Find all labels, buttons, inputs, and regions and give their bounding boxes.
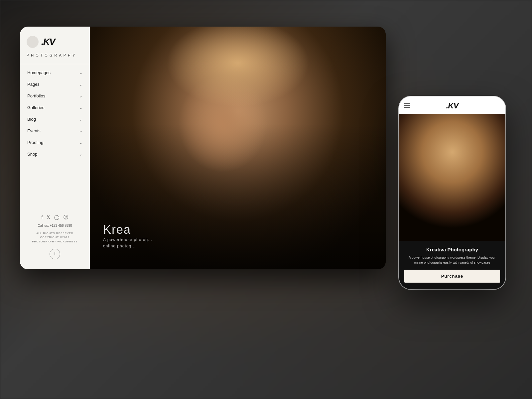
logo-kv: .KV <box>41 37 55 47</box>
phone-mockup: .KV Kreativa Photography A powerhouse ph… <box>399 96 505 289</box>
nav-item-homepages[interactable]: Homepages ⌄ <box>20 67 90 78</box>
nav-item-pages[interactable]: Pages ⌄ <box>20 78 90 90</box>
brand-name: PHOTOGRAPHY <box>20 53 90 64</box>
add-button[interactable]: + <box>50 249 60 259</box>
phone-title: Kreativa Photography <box>404 247 500 252</box>
phone-number: Call us: +123 456 7890 <box>27 224 83 227</box>
hero-content: Krea A powerhouse photog... online photo… <box>90 27 386 269</box>
instagram-icon[interactable]: ◯ <box>54 214 60 220</box>
ham-line-3 <box>404 107 410 108</box>
phone-logo: .KV <box>446 101 458 110</box>
ham-line-1 <box>404 103 410 104</box>
chevron-icon: ⌄ <box>79 152 82 157</box>
chevron-icon: ⌄ <box>79 70 82 75</box>
chevron-icon: ⌄ <box>79 140 82 145</box>
chevron-icon: ⌄ <box>79 105 82 110</box>
phone-bottom: Kreativa Photography A powerhouse photog… <box>399 241 505 289</box>
logo-area: .KV <box>20 27 90 53</box>
phone-header: .KV <box>399 96 505 114</box>
hero-title: Krea <box>103 223 152 237</box>
nav-item-portfolios[interactable]: Portfolios ⌄ <box>20 90 90 102</box>
nav-item-events[interactable]: Events ⌄ <box>20 125 90 137</box>
nav-item-galleries[interactable]: Galleries ⌄ <box>20 102 90 113</box>
hero-photo: Krea A powerhouse photog... online photo… <box>90 27 386 269</box>
ham-line-2 <box>404 105 410 106</box>
tablet-mockup: .KV PHOTOGRAPHY Homepages ⌄ Pages ⌄ Port… <box>20 27 386 269</box>
nav-item-proofing[interactable]: Proofing ⌄ <box>20 137 90 148</box>
chevron-icon: ⌄ <box>79 82 82 87</box>
copyright: ALL RIGHTS RESERVED COPYRIGHT ©2021 PHOT… <box>27 231 83 244</box>
chevron-icon: ⌄ <box>79 117 82 122</box>
chevron-icon: ⌄ <box>79 94 82 98</box>
facebook-icon[interactable]: f <box>42 214 43 220</box>
pinterest-icon[interactable]: Ⓒ <box>64 214 68 220</box>
nav-item-blog[interactable]: Blog ⌄ <box>20 113 90 125</box>
nav-item-shop[interactable]: Shop ⌄ <box>20 148 90 160</box>
sidebar: .KV PHOTOGRAPHY Homepages ⌄ Pages ⌄ Port… <box>20 27 90 269</box>
chevron-icon: ⌄ <box>79 129 82 133</box>
sidebar-divider <box>20 64 90 64</box>
hero-text-overlay: Krea A powerhouse photog... online photo… <box>103 223 152 249</box>
logo-circle <box>27 36 39 48</box>
social-icons: f 𝕏 ◯ Ⓒ <box>27 214 83 220</box>
twitter-icon[interactable]: 𝕏 <box>47 214 50 220</box>
sidebar-bottom: f 𝕏 ◯ Ⓒ Call us: +123 456 7890 ALL RIGHT… <box>20 208 90 269</box>
purchase-button[interactable]: Purchase <box>404 270 500 283</box>
main-nav: Homepages ⌄ Pages ⌄ Portfolios ⌄ Galleri… <box>20 67 90 160</box>
phone-hero-photo <box>399 114 505 241</box>
hamburger-icon[interactable] <box>404 103 410 108</box>
phone-description: A powerhouse photography wordpress theme… <box>404 255 500 265</box>
hero-subtitle: A powerhouse photog... online photog... <box>103 237 152 249</box>
